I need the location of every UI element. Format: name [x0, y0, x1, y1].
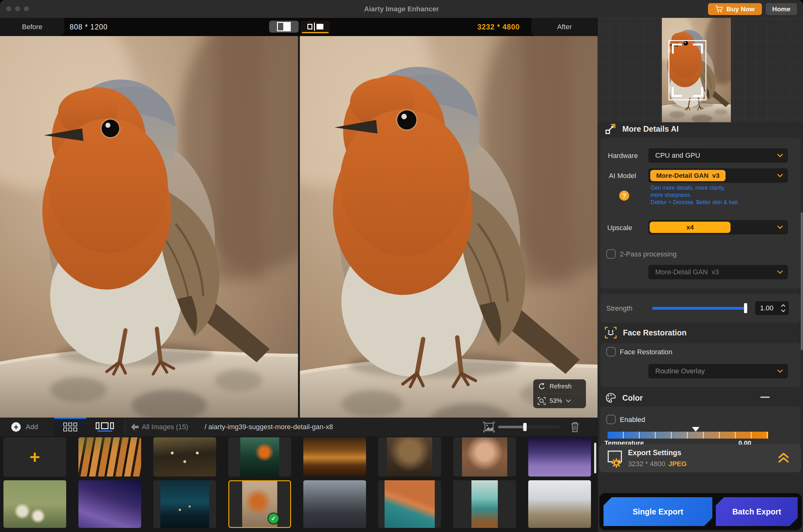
- thumbnail-image-dog: [387, 437, 432, 476]
- two-pass-model-dropdown[interactable]: More-Detail GAN v3: [648, 265, 788, 279]
- slider-knob[interactable]: [523, 423, 527, 431]
- help-icon[interactable]: ?: [619, 191, 629, 201]
- after-label: After: [557, 23, 572, 31]
- stepper-icon[interactable]: [781, 304, 786, 312]
- zoom-level-control[interactable]: 53%: [533, 394, 586, 408]
- split-view-toggle[interactable]: [269, 21, 299, 33]
- filmstrip-view-tab[interactable]: [86, 418, 123, 436]
- zoom-icon: [538, 397, 546, 405]
- thumbnail-image-harbor: [385, 480, 435, 528]
- split-view-icon: [277, 22, 291, 31]
- side-by-side-icon: [307, 23, 323, 31]
- upscale-dropdown[interactable]: x4: [648, 220, 788, 234]
- filmstrip-toolbar: + Add All Images (15) / aiarty-img39-sug…: [0, 418, 598, 436]
- thumbnail-coral[interactable]: [528, 437, 591, 476]
- thumbnail-tiger[interactable]: [78, 437, 141, 476]
- batch-export-button[interactable]: Batch Export: [716, 497, 798, 526]
- temperature-marker[interactable]: [692, 427, 699, 432]
- more-details-ai-icon: [605, 123, 616, 134]
- hardware-dropdown[interactable]: CPU and GPU: [648, 148, 788, 163]
- thumbnail-image-burger: [303, 437, 366, 476]
- grid-view-icon: [63, 423, 77, 431]
- chevron-down-icon: [777, 369, 783, 373]
- add-label: Add: [26, 423, 38, 431]
- cart-icon: [715, 5, 723, 13]
- color-header-label: Color: [622, 394, 643, 402]
- before-size: 808 * 1200: [70, 18, 108, 36]
- thumbnail-burger[interactable]: [303, 437, 366, 476]
- refresh-label: Refresh: [549, 383, 572, 390]
- before-label: Before: [22, 23, 42, 31]
- app-window: Aiarty Image Enhancer Buy Now Home Befor…: [0, 0, 803, 532]
- navigator-viewport[interactable]: [669, 40, 706, 100]
- ai-model-label: AI Model: [609, 172, 636, 180]
- strength-slider-thumb[interactable]: [744, 303, 747, 313]
- buy-now-button[interactable]: Buy Now: [708, 3, 762, 15]
- chevron-down-icon: [777, 226, 783, 229]
- color-enabled-checkbox[interactable]: [606, 415, 616, 424]
- chevron-down-icon: [777, 154, 783, 157]
- window-title: Aiarty Image Enhancer: [0, 0, 803, 18]
- thumbnail-image-sheep: [3, 480, 66, 528]
- side-by-side-toggle[interactable]: [300, 21, 330, 33]
- temperature-slider[interactable]: [608, 432, 768, 439]
- add-image-button[interactable]: + Add: [11, 418, 38, 436]
- thumbnail-terrarium[interactable]: [228, 437, 291, 476]
- thumbnail-canal[interactable]: [453, 480, 516, 528]
- zoom-level-value: 53%: [549, 397, 562, 404]
- color-palette-icon: [605, 393, 616, 403]
- face-restoration-icon: [605, 327, 617, 339]
- refresh-icon: [538, 382, 546, 391]
- face-restoration-checkbox[interactable]: [606, 347, 616, 357]
- home-button[interactable]: Home: [766, 3, 797, 15]
- after-image-pane[interactable]: [300, 36, 598, 418]
- chevron-down-icon: [777, 270, 783, 274]
- strength-value: 1.00: [760, 304, 781, 312]
- thumbnail-scrollbar[interactable]: [594, 443, 596, 473]
- trash-icon[interactable]: [570, 421, 580, 433]
- back-arrow-icon[interactable]: [130, 423, 139, 431]
- export-buttons-bar: Single Export Batch Export: [599, 493, 802, 530]
- selected-check-icon: ✓: [267, 513, 279, 525]
- thumbnail-woman[interactable]: [453, 437, 516, 476]
- two-pass-model-value: More-Detail GAN v3: [655, 268, 719, 276]
- chevron-down-icon: [566, 399, 571, 402]
- face-model-dropdown[interactable]: Routine Overlay: [648, 364, 788, 378]
- export-size-value: 3232 * 4800: [628, 460, 665, 468]
- thumbnail-robin[interactable]: ✓: [228, 480, 291, 528]
- thumbnail-street[interactable]: [303, 480, 366, 528]
- thumbnail-image-canal: [471, 480, 498, 528]
- thumbnail-bridge-night[interactable]: [153, 480, 216, 528]
- before-image-pane[interactable]: [0, 36, 298, 418]
- thumbnail-harbor[interactable]: [378, 480, 441, 528]
- two-pass-checkbox[interactable]: [606, 249, 616, 259]
- all-images-breadcrumb[interactable]: All Images (15): [142, 418, 188, 436]
- navigator-preview[interactable]: [598, 18, 803, 122]
- thumbnail-dog[interactable]: [378, 437, 441, 476]
- collapse-export-icon[interactable]: [777, 452, 790, 464]
- panel-scrollbar[interactable]: [801, 212, 803, 350]
- tab-before[interactable]: Before: [0, 18, 64, 36]
- strength-label: Strength: [606, 304, 632, 312]
- export-settings-card[interactable]: Export Settings 3232 * 4800JPEG: [599, 444, 801, 472]
- strength-value-box[interactable]: 1.00: [755, 301, 789, 315]
- face-restoration-card: Face Restoration Routine Overlay: [600, 343, 801, 387]
- thumbnail-sheep[interactable]: [3, 480, 66, 528]
- tab-after[interactable]: After: [531, 18, 598, 36]
- thumbnail-butterfly[interactable]: [153, 437, 216, 476]
- thumbnail-size-slider[interactable]: [498, 426, 560, 428]
- thumbnail-grid: +✓: [0, 436, 598, 532]
- ai-model-dropdown[interactable]: More-Detail GAN v3: [648, 168, 788, 183]
- thumbnail-deer[interactable]: [528, 480, 591, 528]
- hardware-label: Hardware: [608, 152, 638, 160]
- thumbnail-add-image[interactable]: +: [3, 437, 66, 476]
- strength-slider[interactable]: [652, 307, 748, 310]
- thumbnail-image-street: [303, 480, 366, 528]
- refresh-button[interactable]: Refresh: [533, 379, 586, 394]
- current-file-name: / aiarty-img39-suggest-more-detail-gan-x…: [205, 418, 333, 436]
- single-export-button[interactable]: Single Export: [603, 497, 712, 526]
- thumbnail-image-woman: [462, 437, 507, 476]
- thumbnail-coral-reef[interactable]: [78, 480, 141, 528]
- collapse-section-icon[interactable]: [760, 397, 770, 398]
- grid-view-tab[interactable]: [54, 418, 86, 436]
